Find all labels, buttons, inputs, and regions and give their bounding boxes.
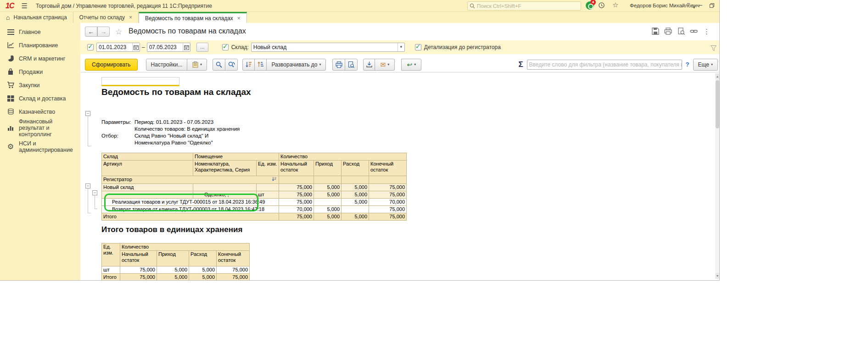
expand-to-button[interactable]: Разворачивать до▾ bbox=[266, 59, 326, 71]
table-row: Одеялко, , шт 75,000 5,000 5,000 75,000 bbox=[102, 191, 407, 199]
quick-filter-field[interactable] bbox=[527, 60, 682, 70]
sidebar-item-warehouse[interactable]: Склад и доставка bbox=[0, 92, 80, 105]
discussions-icon[interactable]: 4 bbox=[586, 1, 594, 10]
sidebar-item-sales[interactable]: Продажи bbox=[0, 65, 80, 78]
coins-icon bbox=[6, 108, 15, 116]
send-mail-button[interactable]: ✉ ▾ bbox=[375, 59, 395, 71]
date-from-field[interactable] bbox=[96, 43, 140, 52]
params-label: Параметры: bbox=[101, 119, 134, 126]
col-header: Начальный остаток bbox=[120, 251, 157, 266]
main-menu-icon[interactable]: ☰ bbox=[21, 2, 27, 10]
back-button[interactable]: ← bbox=[85, 27, 97, 37]
tab-warehouse-reports[interactable]: Отчеты по складу × bbox=[73, 12, 139, 23]
expand-groups-button[interactable] bbox=[254, 59, 267, 71]
table-row-total: Итого 75,000 5,000 5,000 75,000 bbox=[102, 274, 250, 281]
page-magnifier-icon bbox=[348, 61, 354, 68]
tab-label: Отчеты по складу bbox=[79, 14, 125, 21]
generate-button[interactable]: Сформировать bbox=[85, 59, 138, 71]
history-dropdown-button[interactable]: ↩ ▾ bbox=[401, 59, 421, 71]
forward-button[interactable]: → bbox=[97, 27, 110, 37]
minimize-button[interactable]: – bbox=[699, 1, 702, 8]
save-icon[interactable] bbox=[651, 28, 659, 35]
scroll-up-arrow[interactable]: ▲ bbox=[715, 73, 720, 79]
date-range-dash: – bbox=[142, 44, 145, 50]
table-row: шт 75,000 5,000 5,000 75,000 bbox=[102, 266, 250, 274]
calendar-icon[interactable] bbox=[183, 43, 190, 51]
sidebar-item-admin[interactable]: ⚙ НСИ и администрирование bbox=[0, 138, 80, 156]
sidebar-item-crm[interactable]: CRM и маркетинг bbox=[0, 52, 80, 65]
group-collapse-toggle[interactable]: − bbox=[85, 111, 90, 116]
history-icon[interactable] bbox=[598, 2, 605, 10]
print-icon[interactable] bbox=[664, 28, 672, 35]
tab-home[interactable]: ⌂ Начальная страница bbox=[0, 12, 73, 23]
preview-button[interactable] bbox=[345, 59, 358, 71]
chevron-down-icon[interactable]: ▾ bbox=[398, 43, 404, 51]
main-report-table: Склад Помещение Количество Артикул Номен… bbox=[101, 153, 407, 221]
period-checkbox[interactable]: ✓ bbox=[87, 44, 94, 50]
shopping-cart-icon bbox=[6, 82, 15, 89]
selected-cell-cursor[interactable] bbox=[101, 77, 179, 86]
col-header: Расход bbox=[189, 251, 217, 266]
window-title: Торговый дом / Управление торговлей, ред… bbox=[36, 3, 212, 9]
print-button[interactable] bbox=[332, 59, 345, 71]
date-to-field[interactable] bbox=[147, 43, 190, 52]
favorites-star-icon[interactable]: ☆ bbox=[612, 1, 618, 9]
envelope-icon: ✉ bbox=[381, 61, 386, 68]
filter-funnel-icon[interactable] bbox=[711, 44, 717, 53]
restore-window-button[interactable] bbox=[710, 3, 714, 8]
sum-sigma-icon[interactable]: Σ bbox=[518, 60, 523, 69]
find-next-button[interactable] bbox=[225, 59, 238, 71]
col-header: Начальный остаток bbox=[279, 161, 314, 176]
help-button[interactable]: ? bbox=[686, 61, 689, 68]
warehouse-select[interactable]: ▾ bbox=[251, 43, 405, 52]
table-row-registrar: Возврат товаров от клиента ТДУТ-000003 о… bbox=[102, 206, 407, 213]
global-search[interactable] bbox=[467, 1, 581, 11]
global-search-input[interactable] bbox=[477, 3, 573, 9]
col-header: Конечный остаток bbox=[217, 251, 250, 266]
download-icon bbox=[366, 61, 372, 67]
link-icon[interactable] bbox=[690, 28, 698, 35]
calendar-icon[interactable] bbox=[132, 43, 140, 51]
sidebar: Главное Планирование CRM и маркетинг Про… bbox=[0, 23, 80, 281]
col-header: Артикул bbox=[102, 161, 193, 176]
settings-button[interactable]: Настройки... bbox=[146, 59, 188, 71]
search-icon bbox=[470, 3, 475, 9]
group-collapse-toggle[interactable]: − bbox=[92, 190, 97, 195]
registrar-header: Регистратор bbox=[102, 176, 279, 184]
sidebar-item-purchases[interactable]: Закупки bbox=[0, 78, 80, 92]
home-icon: ⌂ bbox=[6, 14, 10, 21]
sidebar-item-finance[interactable]: Финансовый результат и контроллинг bbox=[0, 118, 80, 138]
more-button[interactable]: Еще▾ bbox=[693, 59, 718, 71]
vertical-scrollbar[interactable]: ▲ ▼ bbox=[715, 73, 720, 279]
sidebar-item-planning[interactable]: Планирование bbox=[0, 39, 80, 52]
save-result-button[interactable] bbox=[363, 59, 375, 71]
find-button[interactable] bbox=[213, 59, 225, 71]
period-options-button[interactable]: ... bbox=[196, 43, 208, 52]
gear-icon: ⚙ bbox=[6, 143, 15, 150]
planning-chart-icon bbox=[6, 42, 15, 49]
sidebar-item-treasury[interactable]: Казначейство bbox=[0, 105, 80, 118]
close-icon[interactable]: × bbox=[129, 14, 132, 21]
warehouse-checkbox[interactable]: ✓ bbox=[222, 44, 229, 50]
col-header: Ед. изм. bbox=[102, 244, 120, 266]
sort-icon[interactable] bbox=[272, 177, 276, 183]
tab-goods-statement[interactable]: Ведомость по товарам на складах × bbox=[139, 12, 247, 23]
table-row-registrar: Реализация товаров и услуг ТДУТ-000015 о… bbox=[102, 199, 407, 206]
favorite-star-icon[interactable]: ☆ bbox=[115, 27, 122, 37]
page-header: ← → ☆ Ведомость по товарам на складах ⋮ bbox=[80, 23, 720, 40]
more-actions-icon[interactable]: ⋮ bbox=[703, 28, 711, 35]
report-variants-button[interactable]: ▾ bbox=[187, 59, 207, 71]
print-preview-icon[interactable] bbox=[677, 28, 685, 35]
scrollbar-thumb[interactable] bbox=[716, 80, 719, 128]
scroll-down-arrow[interactable]: ▼ bbox=[715, 273, 720, 279]
page-title: Ведомость по товарам на складах bbox=[129, 27, 246, 35]
detail-checkbox[interactable]: ✓ bbox=[415, 44, 421, 50]
selection-line2: Номенклатура Равно "Одеялко" bbox=[134, 139, 213, 146]
tab-bar: ⌂ Начальная страница Отчеты по складу × … bbox=[0, 12, 720, 23]
sidebar-item-main[interactable]: Главное bbox=[0, 25, 80, 39]
service-menu-icon[interactable]: = ▾ bbox=[687, 1, 695, 11]
col-header: Расход bbox=[342, 161, 369, 176]
group-collapse-toggle[interactable]: − bbox=[85, 183, 90, 188]
close-icon[interactable]: × bbox=[237, 15, 241, 22]
collapse-groups-button[interactable] bbox=[242, 59, 255, 71]
